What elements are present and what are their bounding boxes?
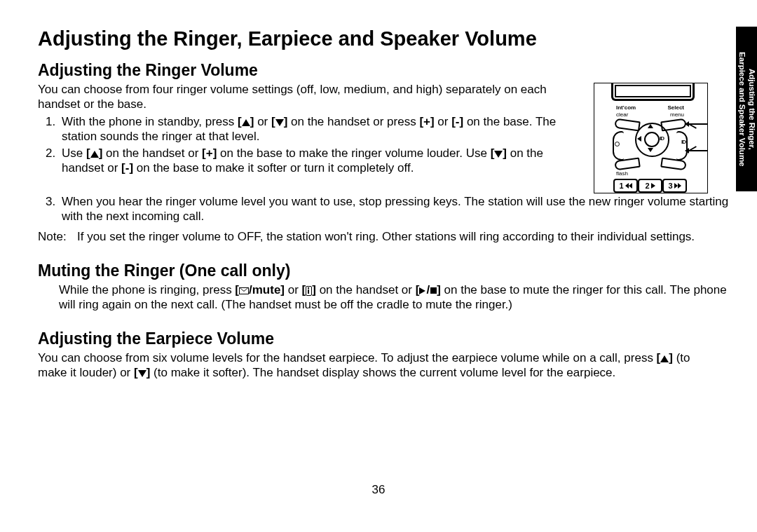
ringer-volume-steps: With the phone in standby, press [] or [… [38,115,581,176]
up-arrow-icon [242,115,250,130]
side-tab-line1: Adjusting the Ringer, [746,52,756,166]
up-arrow-icon [660,352,669,367]
info-key-icon [306,286,312,296]
step-3: When you hear the ringer volume level yo… [59,195,732,224]
down-arrow-icon [494,147,503,162]
side-tab-line2: Earpiece and Speaker Volume [737,52,746,166]
section-heading-earpiece-volume: Adjusting the Earpiece Volume [38,329,719,349]
page-title: Adjusting the Ringer, Earpiece and Speak… [38,27,719,51]
handset-keypad-illustration: Int'com Select clear menu ID ID flash 1 … [594,83,708,193]
mute-ringer-text: While the phone is ringing, press [/mute… [38,283,732,313]
section-heading-ringer-volume: Adjusting the Ringer Volume [38,61,719,81]
page-number: 36 [0,483,757,497]
section-heading-mute-ringer: Muting the Ringer (One call only) [38,261,719,281]
play-stop-icon: / [419,283,437,298]
step-2: Use [] on the handset or [+] on the base… [59,146,581,176]
ringer-volume-steps-cont: When you hear the ringer volume level yo… [38,195,732,224]
up-arrow-icon [90,147,99,162]
callout-arrow-down [689,150,707,151]
side-index-tab: Adjusting the Ringer, Earpiece and Speak… [736,27,757,191]
step-1: With the phone in standby, press [] or [… [59,115,581,144]
note-label: Note: [38,230,77,245]
callout-arrow-up [689,123,707,125]
down-arrow-icon [138,366,146,381]
note-text: If you set the ringer volume to OFF, the… [77,230,695,245]
ringer-volume-intro: You can choose from four ringer volume s… [38,83,581,111]
earpiece-volume-text: You can choose from six volume levels fo… [38,351,711,381]
down-arrow-icon [275,115,284,130]
envelope-icon [239,287,249,294]
note-ringer-off: Note: If you set the ringer volume to OF… [38,230,711,245]
